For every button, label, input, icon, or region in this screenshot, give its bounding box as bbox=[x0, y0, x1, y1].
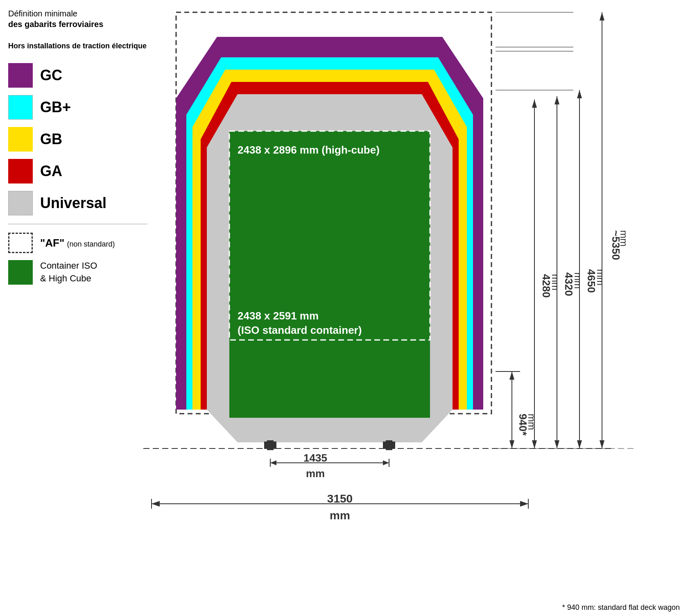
svg-marker-41 bbox=[577, 90, 582, 98]
svg-text:mm: mm bbox=[330, 509, 350, 522]
legend-divider bbox=[8, 224, 147, 224]
legend-iso: Container ISO & High Cube bbox=[8, 260, 147, 285]
legend-item-gc: GC bbox=[8, 63, 147, 88]
svg-marker-19 bbox=[270, 460, 276, 465]
svg-text:(ISO standard container): (ISO standard container) bbox=[238, 324, 362, 336]
svg-marker-52 bbox=[532, 440, 537, 448]
svg-marker-42 bbox=[577, 440, 582, 448]
ga-label: GA bbox=[40, 163, 62, 180]
iso-swatch bbox=[8, 260, 33, 285]
gbplus-swatch bbox=[8, 95, 33, 120]
svg-text:1435: 1435 bbox=[303, 452, 327, 464]
gbplus-label: GB+ bbox=[40, 99, 71, 116]
gb-swatch bbox=[8, 127, 33, 152]
svg-marker-57 bbox=[509, 440, 514, 448]
legend-af: "AF" (non standard) bbox=[8, 233, 147, 253]
svg-marker-51 bbox=[532, 100, 537, 108]
legend-title: Définition minimale des gabarits ferrovi… bbox=[8, 8, 147, 51]
svg-text:mm: mm bbox=[618, 230, 629, 247]
legend: Définition minimale des gabarits ferrovi… bbox=[8, 8, 147, 285]
main-container: Définition minimale des gabarits ferrovi… bbox=[0, 0, 688, 616]
svg-rect-15 bbox=[386, 440, 392, 450]
svg-text:mm: mm bbox=[573, 272, 584, 289]
svg-marker-36 bbox=[600, 12, 604, 20]
svg-text:3150: 3150 bbox=[327, 492, 353, 505]
universal-swatch bbox=[8, 191, 33, 215]
svg-rect-13 bbox=[267, 440, 274, 450]
svg-marker-20 bbox=[383, 460, 389, 465]
svg-text:mm: mm bbox=[550, 274, 561, 290]
gc-swatch bbox=[8, 63, 33, 88]
footnote: * 940 mm: standard flat deck wagon bbox=[562, 603, 680, 612]
legend-items: GC GB+ GB GA Universal bbox=[8, 63, 147, 215]
legend-item-universal: Universal bbox=[8, 191, 147, 215]
af-label: "AF" (non standard) bbox=[40, 237, 115, 249]
iso-label: Container ISO & High Cube bbox=[40, 260, 97, 285]
svg-text:mm: mm bbox=[526, 414, 537, 430]
af-swatch bbox=[8, 233, 33, 253]
gb-label: GB bbox=[40, 131, 62, 148]
svg-text:2438 x 2591 mm: 2438 x 2591 mm bbox=[238, 310, 319, 322]
legend-item-ga: GA bbox=[8, 159, 147, 183]
gc-label: GC bbox=[40, 67, 62, 84]
diagram-area: 2438 x 2896 mm (high-cube) 2438 x 2591 m… bbox=[143, 8, 668, 606]
universal-label: Universal bbox=[40, 195, 106, 212]
svg-text:mm: mm bbox=[595, 269, 606, 285]
svg-text:2438 x 2896 mm (high-cube): 2438 x 2896 mm (high-cube) bbox=[238, 144, 380, 156]
svg-rect-6 bbox=[229, 131, 430, 418]
svg-marker-56 bbox=[509, 371, 514, 380]
svg-marker-47 bbox=[554, 440, 559, 448]
legend-item-gbplus: GB+ bbox=[8, 95, 147, 120]
svg-marker-26 bbox=[152, 501, 160, 507]
svg-marker-46 bbox=[554, 96, 559, 104]
ga-swatch bbox=[8, 159, 33, 183]
legend-item-gb: GB bbox=[8, 127, 147, 152]
svg-marker-27 bbox=[520, 501, 528, 507]
svg-text:mm: mm bbox=[306, 467, 325, 480]
svg-marker-37 bbox=[600, 440, 604, 448]
